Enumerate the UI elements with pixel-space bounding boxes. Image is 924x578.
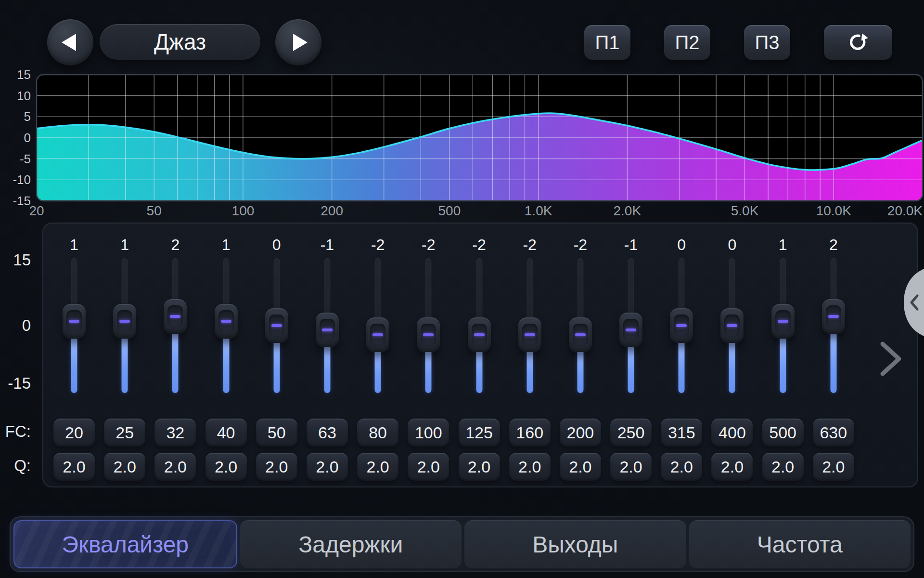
band-gain-slider[interactable] (558, 258, 603, 393)
tab-equalizer[interactable]: Эквалайзер (13, 520, 237, 568)
slider-handle[interactable] (619, 313, 642, 347)
slider-handle-inset (826, 305, 841, 328)
side-drawer-handle[interactable] (893, 266, 924, 339)
band-gain-slider[interactable] (457, 258, 501, 393)
slider-handle[interactable] (569, 317, 592, 352)
band-q-value[interactable]: 2.0 (560, 453, 601, 481)
reset-button[interactable] (824, 25, 892, 60)
band-gain-slider[interactable] (204, 258, 248, 393)
band-gain-slider[interactable] (508, 258, 552, 393)
band-fc-value[interactable]: 63 (307, 419, 348, 447)
band-q-value[interactable]: 2.0 (610, 453, 652, 481)
tab-outputs[interactable]: Выходы (464, 520, 686, 568)
band-fc-value[interactable]: 32 (154, 419, 196, 447)
slider-handle-inset (674, 315, 689, 337)
band-q-value[interactable]: 2.0 (459, 453, 500, 481)
slider-handle[interactable] (63, 304, 86, 339)
slider-handle[interactable] (215, 304, 238, 339)
band-gain-slider[interactable] (356, 258, 400, 393)
slider-handle-inset (573, 324, 588, 346)
slider-handle-dash (372, 333, 383, 336)
band-q-value[interactable]: 2.0 (307, 453, 348, 481)
band-q-value[interactable]: 2.0 (154, 453, 196, 481)
eq-bands: 1202.01252.02322.01402.00502.0-1632.0-28… (42, 223, 918, 487)
band-gain-slider[interactable] (305, 258, 349, 393)
band-fc-value[interactable]: 315 (661, 419, 702, 447)
slider-handle[interactable] (316, 313, 339, 347)
slider-handle[interactable] (670, 308, 693, 343)
band-gain-slider[interactable] (406, 258, 450, 393)
slider-handle-inset (218, 310, 234, 332)
tab-delays[interactable]: Задержки (240, 520, 462, 568)
band-q-value[interactable]: 2.0 (408, 453, 449, 481)
slider-handle[interactable] (417, 317, 440, 352)
band-q-value[interactable]: 2.0 (661, 453, 702, 481)
slider-handle[interactable] (518, 317, 541, 352)
band-gain-slider[interactable] (103, 258, 147, 393)
q-row-label: Q: (0, 457, 31, 475)
preset-slot-1-button[interactable]: П1 (584, 25, 630, 60)
band-q-value[interactable]: 2.0 (762, 453, 804, 481)
band-gain-slider[interactable] (153, 258, 197, 393)
band-gain-slider[interactable] (609, 258, 653, 393)
band-q-value[interactable]: 2.0 (711, 453, 753, 481)
band-q-value[interactable]: 2.0 (53, 453, 95, 481)
slider-handle[interactable] (113, 304, 136, 339)
slider-scale-min: -15 (0, 374, 31, 393)
band-fc-value[interactable]: 20 (53, 419, 95, 447)
slider-handle[interactable] (720, 308, 744, 343)
band-q-value[interactable]: 2.0 (104, 453, 145, 481)
band-fc-value[interactable]: 160 (509, 419, 551, 447)
slider-handle-inset (775, 310, 791, 332)
eq-band-63hz: -1632.0 (305, 231, 349, 486)
band-fc-value[interactable]: 100 (408, 419, 449, 447)
band-fc-value[interactable]: 400 (711, 419, 753, 447)
band-fc-value[interactable]: 200 (560, 419, 601, 447)
slider-handle-inset (472, 324, 487, 346)
band-gain-slider[interactable] (811, 258, 856, 393)
band-gain-slider[interactable] (255, 258, 299, 393)
slider-handle[interactable] (265, 308, 288, 343)
band-fc-value[interactable]: 40 (205, 419, 247, 447)
band-gain-value: 0 (272, 231, 281, 258)
slider-handle[interactable] (366, 317, 389, 352)
slider-handle-inset (623, 319, 639, 341)
band-gain-slider[interactable] (761, 258, 805, 393)
band-q-value[interactable]: 2.0 (813, 453, 854, 481)
band-q-value[interactable]: 2.0 (357, 453, 398, 481)
slider-handle-inset (724, 315, 740, 337)
band-gain-value: -2 (523, 231, 536, 258)
band-q-value[interactable]: 2.0 (256, 453, 297, 481)
chart-x-tick: 50 (147, 203, 162, 218)
slider-fill (628, 342, 634, 393)
preset-slot-2-button[interactable]: П2 (664, 25, 710, 60)
band-fc-value[interactable]: 630 (813, 419, 854, 447)
band-gain-value: 0 (677, 231, 686, 258)
more-bands-chevron-right-icon[interactable] (877, 340, 904, 378)
band-gain-value: 0 (728, 231, 737, 258)
eq-band-100hz: -21002.0 (406, 231, 450, 486)
band-gain-slider[interactable] (52, 258, 96, 393)
band-fc-value[interactable]: 25 (104, 419, 145, 447)
band-fc-value[interactable]: 250 (610, 419, 652, 447)
preset-selector[interactable]: Джаз (100, 24, 260, 60)
band-fc-value[interactable]: 50 (256, 419, 297, 447)
band-fc-value[interactable]: 125 (459, 419, 500, 447)
band-q-value[interactable]: 2.0 (509, 453, 551, 481)
eq-band-500hz: 15002.0 (761, 231, 805, 486)
band-gain-slider[interactable] (710, 258, 754, 393)
chart-x-tick: 100 (232, 203, 255, 218)
band-gain-slider[interactable] (659, 258, 704, 393)
slider-handle[interactable] (822, 299, 845, 334)
band-q-value[interactable]: 2.0 (205, 453, 247, 481)
slider-handle[interactable] (164, 299, 187, 334)
preset-slot-3-button[interactable]: П3 (744, 25, 790, 60)
equalizer-screen: Джаз П1П2П3 151050-5-10-1520501002005001… (0, 0, 924, 578)
slider-handle-inset (167, 305, 183, 328)
slider-handle[interactable] (771, 304, 795, 339)
band-fc-value[interactable]: 500 (762, 419, 804, 447)
band-fc-value[interactable]: 80 (357, 419, 398, 447)
band-gain-value: 1 (120, 231, 129, 258)
slider-handle[interactable] (468, 317, 491, 352)
tab-frequency[interactable]: Частота (689, 520, 911, 568)
